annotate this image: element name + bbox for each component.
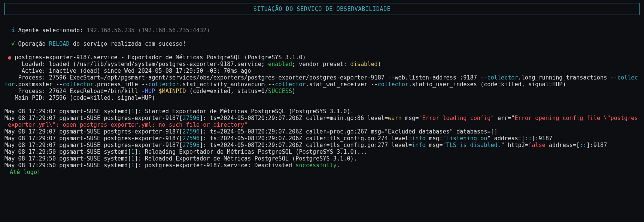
operation-line: √ Operação RELOAD do serviço realizada c… (4, 40, 186, 47)
active-line: Active: inactive (dead) since Wed 2024-0… (4, 68, 251, 74)
status-dot-icon: ● (8, 54, 11, 61)
log-line-8: May 08 17:29:50 pgsmart-SUSE systemd[1]:… (4, 162, 340, 169)
log-line-3: May 08 17:29:07 pgsmart-SUSE postgres-ex… (4, 128, 498, 135)
log-line-2: May 08 17:29:07 pgsmart-SUSE postgres-ex… (4, 115, 638, 128)
title-box: SITUAÇÃO DO SERVIÇO DE OBSERVABILIDADE (4, 3, 640, 15)
log-line-1: May 08 17:29:07 pgsmart-SUSE systemd[1]:… (4, 108, 354, 115)
log-line-5: May 08 17:29:07 pgsmart-SUSE postgres-ex… (4, 142, 607, 148)
log-line-7: May 08 17:29:50 pgsmart-SUSE systemd[1]:… (4, 155, 357, 162)
page-title: SITUAÇÃO DO SERVIÇO DE OBSERVABILIDADE (253, 6, 391, 12)
reload-keyword: RELOAD (49, 40, 70, 47)
service-header: ● postgres-exporter-9187.service - Expor… (4, 54, 306, 61)
log-line-6: May 08 17:29:50 pgsmart-SUSE systemd[1]:… (4, 148, 367, 155)
farewell-text: Até logo! (4, 164, 40, 176)
main-pid-line: Main PID: 27596 (code=killed, signal=HUP… (4, 94, 155, 101)
agent-value: 192.168.56.235 (192.168.56.235:4432) (86, 27, 210, 34)
loaded-line: Loaded: loaded (/usr/lib/systemd/system/… (4, 61, 381, 68)
info-icon: i (11, 27, 15, 34)
terminal-output: i Agente selecionado: 192.168.56.235 (19… (0, 20, 644, 176)
process-execstart: Process: 27596 ExecStart=/opt/pgsmart-ag… (4, 74, 638, 88)
process-execreload: Process: 27624 ExecReload=/bin/kill -HUP… (4, 88, 295, 94)
agent-label: Agente selecionado: (18, 27, 87, 34)
log-line-4: May 08 17:29:07 pgsmart-SUSE postgres-ex… (4, 135, 552, 142)
agent-line: i Agente selecionado: 192.168.56.235 (19… (4, 27, 210, 34)
